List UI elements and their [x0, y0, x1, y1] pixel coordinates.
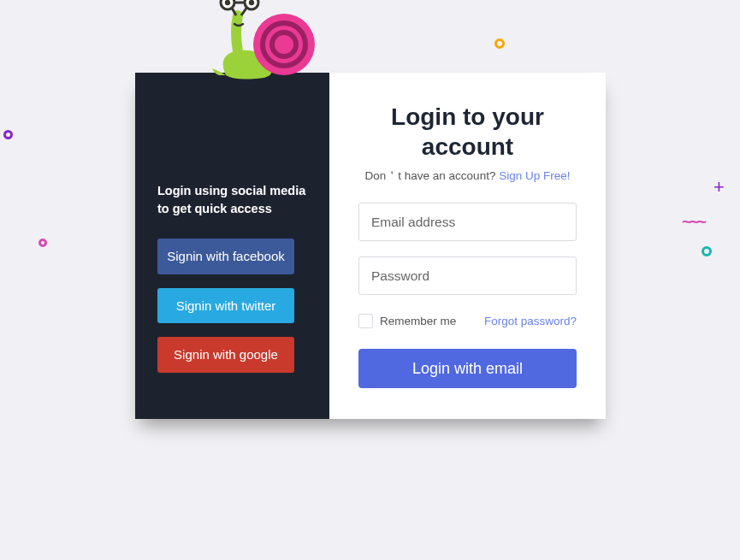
- login-heading: Login to your account: [358, 102, 577, 162]
- svg-point-6: [249, 0, 254, 5]
- email-login-panel: Login to your account Don＇t have an acco…: [329, 73, 606, 419]
- password-input[interactable]: [358, 256, 577, 295]
- signup-prompt-text: Don＇t have an account?: [365, 169, 500, 182]
- email-input[interactable]: [358, 203, 577, 241]
- signin-facebook-button[interactable]: Signin with facebook: [157, 239, 294, 274]
- snail-logo-icon: [209, 0, 329, 82]
- remember-me-checkbox[interactable]: [358, 314, 373, 328]
- login-email-button[interactable]: Login with email: [358, 349, 577, 388]
- decor-ring-purple: [3, 130, 13, 139]
- remember-me-group: Remember me: [358, 314, 456, 328]
- options-row: Remember me Forgot password?: [358, 314, 577, 328]
- decor-ring-teal: [702, 246, 712, 256]
- decor-ring-pink: [38, 239, 47, 247]
- login-card: Login using social media to get quick ac…: [135, 73, 606, 419]
- decor-squiggle: ~~~: [682, 212, 704, 232]
- svg-point-5: [225, 0, 230, 5]
- signin-google-button[interactable]: Signin with google: [157, 337, 294, 373]
- decor-ring-orange: [494, 38, 505, 49]
- signup-prompt: Don＇t have an account? Sign Up Free!: [358, 168, 577, 184]
- social-login-heading: Login using social media to get quick ac…: [157, 182, 311, 218]
- social-buttons-group: Signin with facebook Signin with twitter…: [157, 239, 311, 373]
- signin-twitter-button[interactable]: Signin with twitter: [157, 288, 294, 324]
- decor-plus-purple: +: [713, 176, 725, 198]
- forgot-password-link[interactable]: Forgot password?: [484, 315, 577, 327]
- social-login-panel: Login using social media to get quick ac…: [135, 73, 329, 419]
- remember-me-label: Remember me: [380, 315, 456, 327]
- signup-link[interactable]: Sign Up Free!: [499, 169, 570, 182]
